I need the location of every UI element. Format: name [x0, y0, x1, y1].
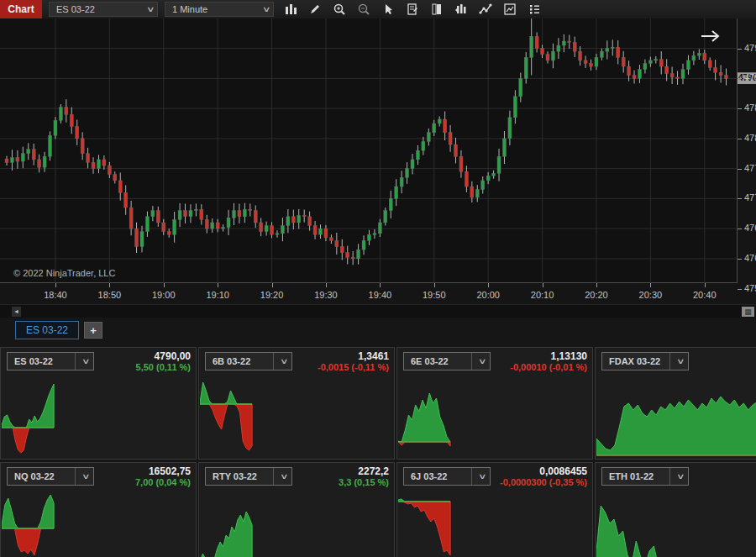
price-axis-label: 4780,00 — [744, 133, 756, 143]
tile-sparkline-chart — [596, 376, 756, 459]
tile-instrument-dropdown[interactable]: RTY 03-22 ∨ — [205, 467, 292, 486]
chart-style-icon[interactable] — [282, 2, 299, 17]
scroll-left-button[interactable]: ◂ — [12, 307, 21, 317]
interval-dropdown[interactable]: 1 Minute ∨ — [165, 2, 274, 17]
time-axis-tick — [488, 283, 489, 287]
price-axis-tick — [738, 49, 742, 50]
market-tile-6e-03-22: 6E 03-22 ∨ 1,13130 -0,00010 (-0,01 %) — [396, 347, 593, 460]
time-axis-tick — [434, 283, 435, 287]
market-tile-es-03-22: ES 03-22 ∨ 4790,00 5,50 (0,11 %) — [0, 347, 197, 460]
tile-instrument-dropdown[interactable]: FDAX 03-22 ∨ — [601, 352, 689, 370]
chevron-down-icon: ∨ — [471, 468, 490, 485]
tile-last-price: 1,13130 — [551, 350, 587, 362]
time-axis-label: 20:00 — [476, 290, 500, 300]
tile-instrument-dropdown[interactable]: ETH 01-22 ∨ — [601, 467, 689, 486]
tile-change-value: 5,50 (0,11 %) — [136, 362, 191, 372]
instrument-dropdown-value: ES 03-22 — [56, 4, 144, 14]
market-tile-eth-01-22: ETH 01-22 ∨ 24,5 — [595, 462, 756, 557]
tile-header: NQ 03-22 ∨ 16502,75 7,00 (0,04 %) — [1, 463, 196, 491]
price-axis-tick — [738, 108, 742, 109]
chart-properties-icon[interactable] — [501, 2, 518, 17]
chevron-down-icon: ∨ — [146, 5, 155, 13]
go-to-last-bar-icon[interactable] — [700, 29, 722, 47]
tile-sparkline-chart — [596, 491, 756, 557]
tile-change-value: -0,0015 (-0,11 %) — [318, 362, 389, 372]
tile-instrument-dropdown[interactable]: 6J 03-22 ∨ — [403, 467, 491, 486]
tile-instrument-dropdown[interactable]: NQ 03-22 ∨ — [7, 467, 94, 486]
tile-last-price: 16502,75 — [149, 465, 191, 477]
tile-last-price: 4790,00 — [155, 350, 191, 362]
drawing-tools-icon[interactable] — [307, 2, 323, 17]
window-title-chart[interactable]: Chart — [0, 0, 42, 18]
zoom-in-icon[interactable] — [331, 2, 348, 17]
time-axis-tick — [55, 283, 56, 287]
tile-symbol: 6B 03-22 — [206, 356, 273, 366]
tile-change-value: -0,00010 (-0,01 %) — [510, 362, 587, 372]
candlestick-chart-panel[interactable]: © 2022 NinjaTrader, LLC — [0, 18, 738, 283]
tile-sparkline-chart — [2, 376, 195, 459]
tile-sparkline-chart — [398, 376, 591, 459]
tile-header: 6J 03-22 ∨ 0,0086455 -0,0000300 (-0,35 %… — [397, 463, 592, 491]
splitter-grip-icon[interactable]: ▦ — [742, 307, 754, 317]
add-tab-button[interactable]: + — [84, 322, 102, 339]
time-axis-tick — [326, 283, 327, 287]
horizontal-scroll-strip[interactable]: ◂ ▦ — [0, 304, 756, 318]
time-axis-label: 18:40 — [44, 290, 67, 300]
time-axis-label: 20:40 — [693, 290, 717, 300]
tile-sparkline-chart — [200, 376, 393, 459]
grid-list-icon[interactable] — [526, 2, 543, 17]
market-tile-6j-03-22: 6J 03-22 ∨ 0,0086455 -0,0000300 (-0,35 %… — [396, 462, 593, 557]
tile-symbol: 6J 03-22 — [404, 471, 471, 481]
tile-instrument-dropdown[interactable]: 6E 03-22 ∨ — [403, 352, 491, 370]
instrument-dropdown[interactable]: ES 03-22 ∨ — [49, 2, 158, 17]
time-axis-tick — [596, 283, 597, 287]
time-axis-label: 18:50 — [98, 290, 122, 300]
interval-dropdown-value: 1 Minute — [172, 4, 260, 14]
zoom-out-icon[interactable] — [355, 2, 372, 17]
tile-sparkline-chart — [2, 491, 195, 557]
data-box-icon[interactable] — [404, 2, 421, 17]
tile-header: ES 03-22 ∨ 4790,00 5,50 (0,11 %) — [1, 348, 196, 376]
price-axis-label: 4785,00 — [744, 102, 756, 113]
time-axis-tick — [109, 283, 110, 287]
time-axis-label: 20:20 — [585, 290, 608, 300]
tile-instrument-dropdown[interactable]: 6B 03-22 ∨ — [205, 352, 292, 370]
market-tile-fdax-03-22: FDAX 03-22 ∨ — [595, 347, 756, 460]
bar-spacing-icon[interactable] — [453, 2, 470, 17]
time-axis-label: 20:30 — [639, 290, 663, 300]
price-axis-label: 4795,00 — [744, 43, 756, 53]
chevron-down-icon: ∨ — [262, 5, 271, 13]
tile-header: 6B 03-22 ∨ 1,3461 -0,0015 (-0,11 %) — [199, 348, 394, 376]
price-axis[interactable]: 4790,00 4795,004790,004785,004780,004775… — [738, 18, 756, 304]
cursor-icon[interactable] — [380, 2, 396, 17]
chevron-down-icon: ∨ — [75, 353, 93, 370]
time-axis-tick — [543, 283, 543, 287]
tile-sparkline-chart — [398, 491, 591, 557]
price-axis-label: 4765,00 — [744, 223, 756, 233]
chevron-down-icon: ∨ — [273, 468, 291, 485]
chart-trader-icon[interactable] — [428, 2, 445, 17]
market-tile-nq-03-22: NQ 03-22 ∨ 16502,75 7,00 (0,04 %) — [0, 462, 197, 557]
tile-symbol: FDAX 03-22 — [602, 356, 669, 366]
copyright-text: © 2022 NinjaTrader, LLC — [13, 268, 115, 278]
indicators-icon[interactable] — [477, 2, 494, 17]
price-axis-label: 4775,00 — [744, 163, 756, 173]
time-axis-tick — [164, 283, 165, 287]
time-axis-label: 19:40 — [369, 290, 392, 300]
price-axis-tick — [738, 198, 742, 199]
price-axis-tick — [738, 259, 742, 260]
chevron-down-icon: ∨ — [273, 353, 291, 370]
tile-instrument-dropdown[interactable]: ES 03-22 ∨ — [7, 352, 94, 370]
tab-es-03-22[interactable]: ES 03-22 — [15, 321, 79, 339]
market-tile-rty-03-22: RTY 03-22 ∨ 2272,2 3,3 (0,15 %) — [198, 462, 395, 557]
chart-tab-strip: ES 03-22 + — [0, 318, 756, 343]
chevron-down-icon: ∨ — [75, 468, 93, 485]
tile-change-value: 3,3 (0,15 %) — [339, 477, 389, 487]
tile-change-value: 7,00 (0,04 %) — [135, 477, 191, 487]
chevron-down-icon: ∨ — [669, 468, 688, 485]
time-axis-label: 20:10 — [531, 290, 554, 300]
tile-last-price: 2272,2 — [358, 465, 389, 477]
tile-change-value: -0,0000300 (-0,35 %) — [500, 477, 587, 487]
time-axis[interactable]: 18:4018:5019:0019:1019:2019:3019:4019:50… — [0, 283, 738, 304]
price-axis-tick — [738, 289, 742, 290]
